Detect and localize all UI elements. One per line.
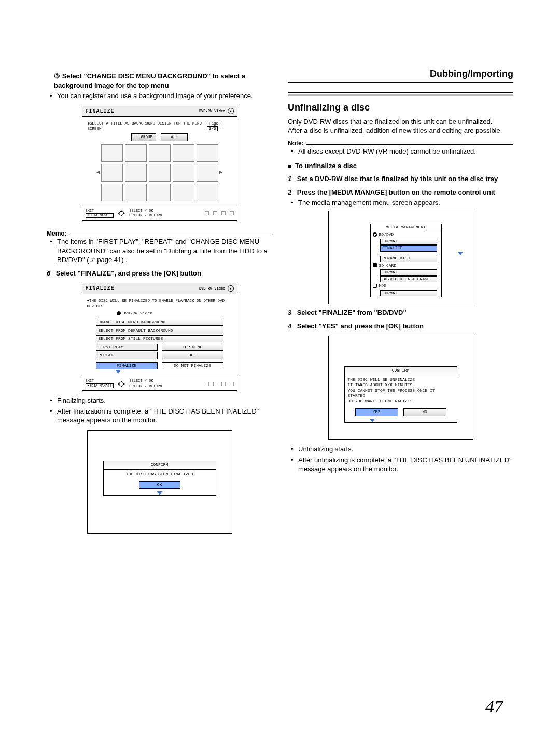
group-button[interactable]: ☰ GROUP bbox=[131, 133, 156, 141]
confirm-finalized-screen: CONFIRM THE DISC HAS BEEN FINALIZED OK bbox=[87, 430, 232, 534]
screen-footer: EXIT MEDIA MANAGE SELECT / OK OPTION / R… bbox=[82, 377, 237, 390]
step-6-heading: 6 Select "FINALIZE", and press the [OK] … bbox=[47, 269, 272, 278]
repeat-value[interactable]: OFF bbox=[162, 352, 223, 359]
joystick-icon bbox=[117, 380, 126, 388]
mm-cat-hdd: HDD bbox=[371, 283, 441, 290]
finalizing-complete-msg: After finalization is complete, a "THE D… bbox=[47, 407, 272, 425]
first-play-label: FIRST PLAY bbox=[96, 344, 158, 351]
memo-label: Memo: bbox=[47, 230, 69, 237]
media-management-screen: MEDIA MANAGEMENT BD/DVD FORMAT FINALIZE … bbox=[328, 211, 473, 304]
media-row: DVD-RW Video bbox=[86, 310, 234, 318]
joystick-icon bbox=[117, 210, 126, 217]
mm-sd-format[interactable]: FORMAT bbox=[380, 269, 437, 276]
unfinalizing-starts: Unfinalizing starts. bbox=[288, 445, 513, 454]
mm-header: MEDIA MANAGEMENT bbox=[371, 224, 441, 231]
memo-text: The items in "FIRST PLAY", "REPEAT" and … bbox=[47, 237, 272, 265]
finalize-thumbnail-screen: FINALIZE DVD-RW Video ● ✱SELECT A TITLE … bbox=[82, 106, 237, 221]
intro-2: After a disc is unfinalized, addition of… bbox=[288, 126, 513, 135]
step-3-bullet: You can register and use a background im… bbox=[47, 91, 272, 101]
all-button[interactable]: ALL bbox=[161, 133, 188, 141]
note-label: Note: bbox=[288, 140, 306, 147]
cursor-icon bbox=[116, 370, 121, 374]
screen-title: FINALIZE bbox=[86, 285, 115, 292]
exit-key: MEDIA MANAGE bbox=[86, 213, 114, 218]
confirm-header: CONFIRM bbox=[104, 461, 216, 470]
repeat-label: REPEAT bbox=[96, 352, 158, 359]
opt-default-bg[interactable]: SELECT FROM DEFAULT BACKGROUND bbox=[96, 327, 223, 334]
confirm-header: CONFIRM bbox=[345, 367, 457, 375]
hint-text: ✱SELECT A TITLE AS BACKGROUND DESIGN FOR… bbox=[88, 121, 207, 131]
step-4: 4 Select "YES" and press the [OK] button bbox=[288, 322, 513, 331]
ok-button[interactable]: OK bbox=[139, 481, 180, 489]
step-2-bullet: The media management menu screen appears… bbox=[288, 198, 513, 208]
step-3-heading: ③ Select "CHANGE DISC MENU BACKGROUND" t… bbox=[47, 72, 272, 90]
unfinalizing-complete-msg: After unfinalizing is complete, a "THE D… bbox=[288, 456, 513, 474]
step-3-title: Select "CHANGE DISC MENU BACKGROUND" to … bbox=[54, 72, 245, 89]
finalizing-starts: Finalizing starts. bbox=[47, 396, 272, 405]
mm-hdd-format[interactable]: FORMAT bbox=[380, 290, 437, 296]
mm-cat-sd: SD CARD bbox=[371, 263, 441, 269]
step-2: 2 Press the [MEDIA MANAGE] button on the… bbox=[288, 188, 513, 197]
screen-title: FINALIZE bbox=[86, 108, 115, 115]
nav-right-icon[interactable]: ▶ bbox=[218, 169, 224, 176]
no-button[interactable]: NO bbox=[403, 408, 446, 416]
mm-sd-erase[interactable]: BD-VIDEO DATA ERASE bbox=[380, 276, 437, 282]
page-number: 47 bbox=[485, 695, 503, 719]
mm-cat-bddvd: BD/DVD bbox=[371, 231, 441, 238]
opt-still-pic[interactable]: SELECT FROM STILL PICTURES bbox=[96, 335, 223, 342]
unfinalize-heading: Unfinalizing a disc bbox=[288, 101, 513, 114]
confirm-message: THE DISC HAS BEEN FINALIZED bbox=[104, 470, 216, 479]
mm-bd-finalize[interactable]: FINALIZE bbox=[380, 245, 437, 252]
disc-type-badge: DVD-RW Video ● bbox=[199, 108, 234, 114]
note-text: All discs except DVD-RW (VR mode) cannot… bbox=[288, 147, 513, 156]
mm-bd-rename[interactable]: RENAME DISC bbox=[380, 256, 437, 262]
section-header: Dubbing/Importing bbox=[288, 67, 513, 83]
mm-bd-format[interactable]: FORMAT bbox=[380, 239, 437, 245]
step-3: 3 Select "FINALIZE" from "BD/DVD" bbox=[288, 308, 513, 318]
confirm-message: THE DISC WILL BE UNFINALIZE IT TAKES ABO… bbox=[345, 375, 457, 406]
finalize-options-screen: FINALIZE DVD-RW Video ● ✱THE DISC WILL B… bbox=[82, 283, 237, 391]
intro-1: Only DVD-RW discs that are finalized on … bbox=[288, 117, 513, 127]
yes-button[interactable]: YES bbox=[355, 408, 398, 416]
exit-key: MEDIA MANAGE bbox=[86, 383, 114, 388]
disc-type-badge: DVD-RW Video ● bbox=[199, 285, 234, 292]
confirm-unfinalize-screen: CONFIRM THE DISC WILL BE UNFINALIZE IT T… bbox=[328, 336, 473, 440]
hint-text: ✱THE DISC WILL BE FINALIZED TO ENABLE PL… bbox=[86, 297, 234, 310]
step-6-title: Select "FINALIZE", and press the [OK] bu… bbox=[56, 269, 201, 277]
svg-point-0 bbox=[119, 211, 123, 215]
nav-left-icon[interactable]: ◀ bbox=[95, 169, 101, 176]
opt-change-bg[interactable]: CHANGE DISC MENU BACKGROUND bbox=[96, 319, 223, 326]
to-unfinalize-heading: To unfinalize a disc bbox=[288, 161, 513, 171]
do-not-finalize-button[interactable]: DO NOT FINALIZE bbox=[162, 362, 223, 369]
thumbnail-grid bbox=[101, 144, 218, 201]
first-play-value[interactable]: TOP MENU bbox=[162, 344, 223, 351]
cursor-icon bbox=[157, 491, 162, 495]
step-1: 1 Set a DVD-RW disc that is finalized by… bbox=[288, 174, 513, 184]
cursor-icon bbox=[370, 419, 375, 422]
page-indicator: Page 0/0 bbox=[207, 121, 232, 131]
svg-point-1 bbox=[119, 382, 123, 386]
finalize-button[interactable]: FINALIZE bbox=[96, 362, 158, 369]
screen-footer: EXIT MEDIA MANAGE SELECT / OK OPTION / R… bbox=[82, 207, 237, 220]
